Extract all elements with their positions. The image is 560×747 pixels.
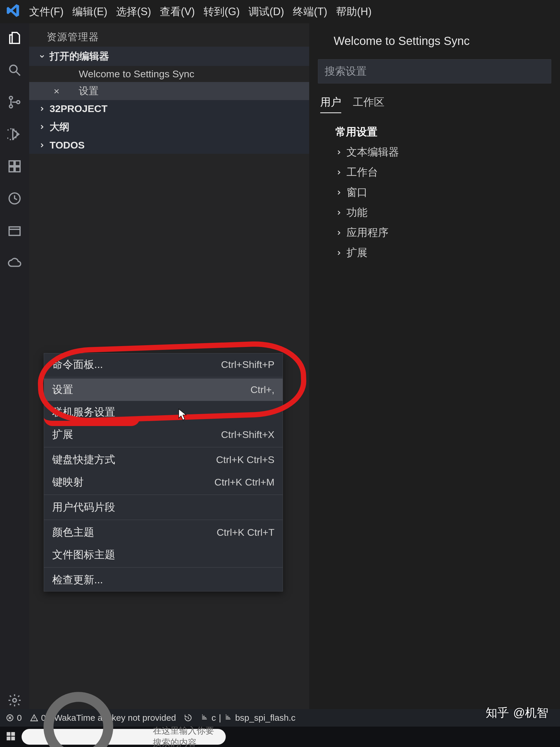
open-editor-label: Welcome to Settings Sync xyxy=(79,68,194,80)
explorer-section[interactable]: TODOS xyxy=(29,136,309,154)
explorer-section[interactable]: 大纲 xyxy=(29,117,309,136)
extensions-icon[interactable] xyxy=(6,158,23,175)
windows-start-icon[interactable] xyxy=(6,731,16,742)
section-label: 大纲 xyxy=(50,120,70,134)
menu-item-icon-theme[interactable]: 文件图标主题 xyxy=(44,544,283,566)
taskbar-search-input[interactable]: 在这里输入你要搜索的内容 xyxy=(22,729,226,745)
menu-item-check-updates[interactable]: 检查更新... xyxy=(44,569,283,591)
svg-point-17 xyxy=(48,697,108,747)
settings-category[interactable]: 应用程序 xyxy=(336,223,551,243)
source-control-icon[interactable] xyxy=(6,93,23,111)
taskbar-search-placeholder: 在这里输入你要搜索的内容 xyxy=(153,725,219,747)
document-icon xyxy=(66,68,74,80)
settings-category[interactable]: 窗口 xyxy=(336,182,551,203)
chevron-right-icon xyxy=(38,105,46,112)
open-editors-label: 打开的编辑器 xyxy=(50,50,109,63)
settings-search-input[interactable]: 搜索设置 xyxy=(318,59,551,83)
menu-item-command-palette[interactable]: 命令面板... Ctrl+Shift+P xyxy=(44,353,283,376)
open-editors-section[interactable]: 打开的编辑器 xyxy=(29,47,309,66)
chevron-right-icon xyxy=(336,149,343,156)
svg-point-3 xyxy=(17,101,20,104)
menu-item-keyboard-shortcuts[interactable]: 键盘快捷方式 Ctrl+K Ctrl+S xyxy=(44,448,283,471)
project-icon[interactable] xyxy=(6,222,23,239)
menu-terminal[interactable]: 终端(T) xyxy=(293,5,327,19)
chevron-right-icon xyxy=(336,250,343,257)
settings-category[interactable]: 扩展 xyxy=(336,243,551,263)
explorer-icon[interactable] xyxy=(6,29,23,47)
gear-context-menu: 命令面板... Ctrl+Shift+P 设置 Ctrl+, 联机服务设置 扩展… xyxy=(44,353,283,591)
svg-rect-5 xyxy=(9,161,14,166)
settings-category[interactable]: 工作台 xyxy=(336,162,551,182)
menu-edit[interactable]: 编辑(E) xyxy=(72,5,107,19)
svg-rect-16 xyxy=(11,737,15,740)
svg-rect-6 xyxy=(15,161,20,166)
svg-rect-13 xyxy=(7,732,10,736)
menu-separator xyxy=(44,447,283,447)
svg-rect-15 xyxy=(7,737,10,740)
chevron-right-icon xyxy=(336,189,343,196)
svg-rect-8 xyxy=(15,167,20,172)
menu-separator xyxy=(44,520,283,520)
chevron-right-icon xyxy=(38,123,46,130)
document-icon xyxy=(66,85,74,97)
section-label: TODOS xyxy=(50,139,85,151)
menu-item-color-theme[interactable]: 颜色主题 Ctrl+K Ctrl+T xyxy=(44,521,283,544)
svg-point-1 xyxy=(9,96,12,99)
vscode-logo-icon xyxy=(6,3,20,20)
open-editor-label: 设置 xyxy=(79,84,99,98)
zhihu-watermark: 知乎 @机智 xyxy=(486,705,548,721)
chevron-down-icon xyxy=(38,53,46,60)
chevron-right-icon xyxy=(336,169,343,176)
settings-categories: 常用设置 文本编辑器 工作台 窗口 功能 应用程序 xyxy=(318,122,551,263)
settings-category[interactable]: 功能 xyxy=(336,203,551,223)
svg-point-11 xyxy=(13,699,17,702)
settings-category[interactable]: 常用设置 xyxy=(336,122,551,142)
menu-select[interactable]: 选择(S) xyxy=(116,5,151,19)
debug-icon[interactable] xyxy=(6,126,23,143)
menu-item-keymap[interactable]: 键映射 Ctrl+K Ctrl+M xyxy=(44,471,283,493)
menu-separator xyxy=(44,377,283,377)
tab-title-text: Welcome to Settings Sync xyxy=(334,34,470,48)
menu-go[interactable]: 转到(G) xyxy=(204,5,240,19)
open-editor-item[interactable]: Welcome to Settings Sync xyxy=(29,66,309,82)
menu-file[interactable]: 文件(F) xyxy=(29,5,63,19)
document-icon xyxy=(321,34,328,48)
explorer-section[interactable]: 32PROJECT xyxy=(29,100,309,117)
menu-bar: 文件(F) 编辑(E) 选择(S) 查看(V) 转到(G) 调试(D) 终端(T… xyxy=(0,0,560,23)
scope-workspace-tab[interactable]: 工作区 xyxy=(353,95,384,113)
menu-item-extensions[interactable]: 扩展 Ctrl+Shift+X xyxy=(44,423,283,446)
settings-scope-tabs: 用户 工作区 xyxy=(318,95,551,113)
chevron-right-icon xyxy=(336,209,343,216)
close-icon[interactable]: × xyxy=(53,85,61,97)
cloud-icon[interactable] xyxy=(6,254,23,272)
status-language[interactable]: c | bsp_spi_flash.c xyxy=(201,713,295,723)
menu-debug[interactable]: 调试(D) xyxy=(248,5,284,19)
svg-rect-7 xyxy=(9,167,14,172)
menu-item-online-services[interactable]: 联机服务设置 xyxy=(44,401,283,423)
time-icon[interactable] xyxy=(6,190,23,207)
scope-user-tab[interactable]: 用户 xyxy=(320,95,341,113)
menu-view[interactable]: 查看(V) xyxy=(160,5,195,19)
menu-help[interactable]: 帮助(H) xyxy=(336,5,372,19)
settings-category[interactable]: 文本编辑器 xyxy=(336,142,551,162)
svg-rect-14 xyxy=(11,732,15,736)
chevron-right-icon xyxy=(38,142,46,149)
editor-tab-title: Welcome to Settings Sync xyxy=(318,29,551,56)
menu-separator xyxy=(44,567,283,568)
search-icon[interactable] xyxy=(6,61,23,79)
open-editor-item[interactable]: × 设置 xyxy=(29,82,309,100)
section-label: 32PROJECT xyxy=(50,103,107,114)
chevron-right-icon xyxy=(336,229,343,236)
menu-item-user-snippets[interactable]: 用户代码片段 xyxy=(44,496,283,518)
sidebar-title: 资源管理器 xyxy=(29,23,309,47)
status-errors[interactable]: 0 xyxy=(6,713,22,723)
activity-bar xyxy=(0,23,29,709)
settings-gear-icon[interactable] xyxy=(6,692,23,709)
document-icon xyxy=(224,713,232,723)
windows-taskbar: 在这里输入你要搜索的内容 xyxy=(0,727,560,747)
status-history-icon[interactable] xyxy=(184,714,192,722)
settings-editor: Welcome to Settings Sync 搜索设置 用户 工作区 常用设… xyxy=(309,23,560,709)
svg-point-2 xyxy=(9,105,12,108)
menu-item-settings[interactable]: 设置 Ctrl+, xyxy=(44,379,283,401)
svg-rect-10 xyxy=(9,227,20,235)
